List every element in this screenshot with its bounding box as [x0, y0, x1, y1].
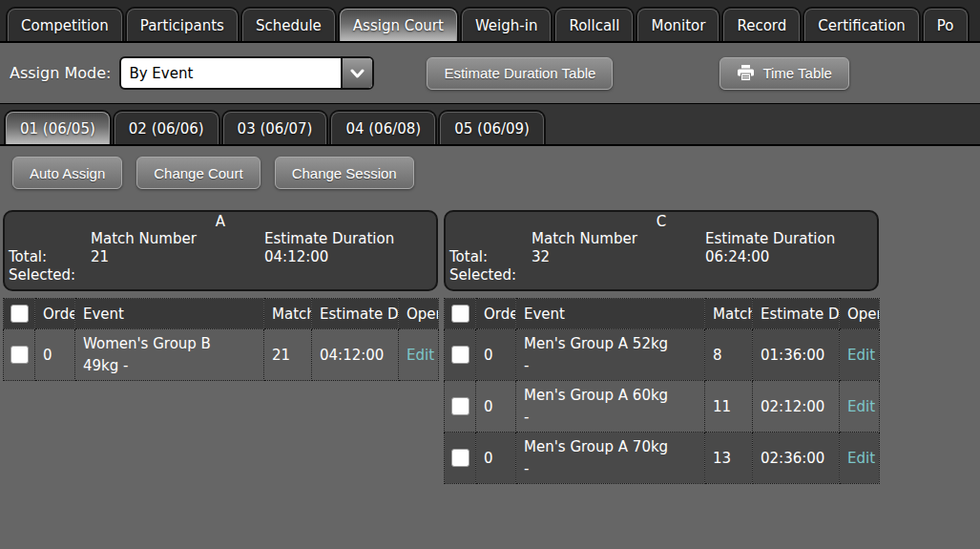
edit-link[interactable]: Edit	[847, 347, 875, 364]
event-column-header: Event	[516, 299, 705, 329]
actions-bar: Auto Assign Change Court Change Session	[0, 146, 980, 210]
assign-mode-select[interactable]: By Event	[119, 56, 374, 90]
top-tab-po[interactable]: Po	[924, 9, 968, 41]
total-label: Total:	[449, 248, 532, 266]
top-tab-assign-court[interactable]: Assign Court	[340, 9, 457, 41]
estimate-duration-table-label: Estimate Duration Table	[444, 65, 595, 81]
order-column-header: Orde	[476, 299, 516, 329]
event-row: 0 Women's Group B 49kg - 21 04:12:00 Edi…	[4, 329, 439, 381]
selected-estimate-duration	[705, 266, 873, 285]
top-tab-record[interactable]: Record	[723, 9, 800, 41]
assign-mode-bar: Assign Mode: By Event Estimate Duration …	[0, 43, 980, 103]
estimate-cell: 01:36:00	[753, 329, 840, 381]
top-tab-rollcall[interactable]: Rollcall	[555, 9, 633, 41]
total-match-number: 21	[91, 248, 264, 266]
estimate-column-header: Estimate D	[753, 299, 840, 329]
day-tab-04-06-08[interactable]: 04 (06/08)	[331, 112, 435, 144]
selected-estimate-duration	[264, 266, 432, 285]
match-cell: 8	[705, 329, 753, 381]
event-cell: Women's Group B 49kg -	[83, 333, 236, 376]
spacer	[9, 230, 91, 248]
select-all-checkbox[interactable]	[10, 305, 29, 323]
order-cell: 0	[476, 381, 516, 433]
estimate-cell: 02:12:00	[753, 381, 840, 433]
assign-court-page: { "colors":{"accent_teal":"#7cc6ca"}, "t…	[0, 0, 980, 549]
selected-label: Selected:	[9, 266, 91, 285]
order-cell: 0	[35, 329, 75, 381]
total-estimate-duration: 04:12:00	[264, 248, 432, 266]
day-tab-05-06-09[interactable]: 05 (06/09)	[440, 112, 544, 144]
court-events-table: Orde Event Match Estimate D Oper 0 Women…	[3, 298, 439, 381]
match-column-header: Match	[264, 299, 312, 329]
day-tab-bar: 01 (06/05)02 (06/06)03 (06/07)04 (06/08)…	[0, 103, 980, 146]
selected-match-number	[91, 266, 264, 285]
total-match-number: 32	[532, 248, 705, 266]
selected-match-number	[532, 266, 705, 285]
spacer	[449, 230, 532, 248]
select-all-checkbox[interactable]	[451, 305, 469, 323]
event-cell: Men's Group A 70kg -	[524, 436, 677, 479]
court-summary-panel: A Match Number Estimate Duration Total: …	[3, 210, 438, 291]
day-tab-03-06-07[interactable]: 03 (06/07)	[223, 112, 327, 144]
top-tab-weigh-in[interactable]: Weigh-in	[462, 9, 551, 41]
top-tab-participants[interactable]: Participants	[127, 9, 238, 41]
row-checkbox[interactable]	[451, 449, 469, 467]
change-session-label: Change Session	[292, 165, 397, 181]
courts-container: A Match Number Estimate Duration Total: …	[0, 210, 980, 484]
event-row: 0 Men's Group A 60kg - 11 02:12:00 Edit	[445, 381, 880, 433]
table-header-row: Orde Event Match Estimate D Oper	[4, 299, 439, 329]
order-column-header: Orde	[35, 299, 75, 329]
match-column-header: Match	[705, 299, 753, 329]
day-tab-01-06-05[interactable]: 01 (06/05)	[6, 112, 110, 144]
court-section: A Match Number Estimate Duration Total: …	[3, 210, 438, 484]
main-tab-bar: CompetitionParticipantsScheduleAssign Co…	[0, 0, 980, 43]
estimate-duration-label: Estimate Duration	[264, 230, 432, 248]
select-dropdown-button[interactable]	[341, 58, 372, 88]
top-tab-schedule[interactable]: Schedule	[242, 9, 335, 41]
court-name: A	[9, 214, 432, 230]
edit-link[interactable]: Edit	[847, 398, 875, 415]
match-cell: 21	[264, 329, 312, 381]
match-number-label: Match Number	[91, 230, 264, 248]
chevron-down-icon	[350, 69, 365, 78]
estimate-duration-table-button[interactable]: Estimate Duration Table	[427, 57, 613, 90]
order-cell: 0	[476, 433, 516, 484]
selected-label: Selected:	[449, 266, 532, 285]
estimate-cell: 04:12:00	[312, 329, 399, 381]
total-estimate-duration: 06:24:00	[705, 248, 873, 266]
change-court-button[interactable]: Change Court	[136, 157, 260, 189]
estimate-duration-label: Estimate Duration	[705, 230, 873, 248]
top-tab-competition[interactable]: Competition	[8, 9, 122, 41]
estimate-cell: 02:36:00	[753, 433, 840, 484]
row-checkbox[interactable]	[451, 397, 469, 415]
match-number-label: Match Number	[532, 230, 705, 248]
time-table-button[interactable]: Time Table	[719, 57, 849, 90]
event-column-header: Event	[75, 299, 264, 329]
time-table-label: Time Table	[762, 65, 832, 81]
change-court-label: Change Court	[154, 165, 242, 181]
court-events-table: Orde Event Match Estimate D Oper 0 Men's…	[444, 298, 880, 484]
auto-assign-button[interactable]: Auto Assign	[12, 157, 122, 189]
event-cell: Men's Group A 60kg -	[524, 385, 677, 428]
oper-column-header: Oper	[399, 299, 439, 329]
oper-column-header: Oper	[840, 299, 880, 329]
match-cell: 11	[705, 381, 753, 433]
event-cell: Men's Group A 52kg -	[524, 333, 677, 376]
match-cell: 13	[705, 433, 753, 484]
change-session-button[interactable]: Change Session	[275, 157, 414, 189]
row-checkbox[interactable]	[451, 346, 469, 364]
order-cell: 0	[476, 329, 516, 381]
edit-link[interactable]: Edit	[407, 347, 434, 364]
top-tab-monitor[interactable]: Monitor	[637, 9, 719, 41]
estimate-column-header: Estimate D	[312, 299, 399, 329]
table-header-row: Orde Event Match Estimate D Oper	[445, 299, 880, 329]
total-label: Total:	[9, 248, 91, 266]
printer-icon	[737, 65, 755, 81]
court-summary-panel: C Match Number Estimate Duration Total: …	[444, 210, 879, 291]
assign-mode-selected-value: By Event	[121, 58, 341, 88]
day-tab-02-06-06[interactable]: 02 (06/06)	[115, 112, 219, 144]
court-section: C Match Number Estimate Duration Total: …	[444, 210, 879, 484]
edit-link[interactable]: Edit	[847, 450, 875, 467]
row-checkbox[interactable]	[10, 346, 29, 364]
top-tab-certification[interactable]: Certification	[804, 9, 919, 41]
